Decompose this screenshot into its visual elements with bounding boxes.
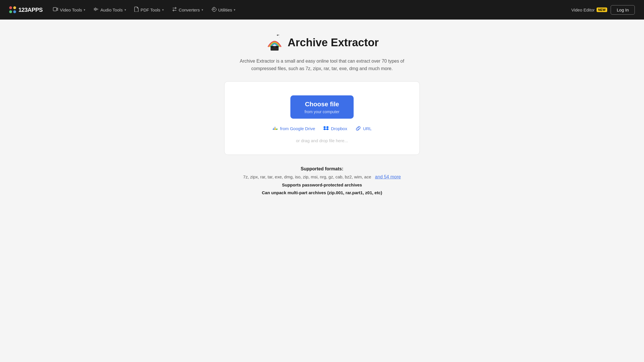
audio-tools-chevron: ▾ bbox=[124, 8, 126, 12]
dropbox-label: Dropbox bbox=[331, 126, 347, 131]
multipart-info-line: Can unpack multi-part archives (zip.001,… bbox=[243, 190, 401, 195]
formats-list: 7z, zipx, rar, tar, exe, dmg, iso, zip, … bbox=[243, 174, 371, 179]
logo-dot-blue bbox=[13, 10, 16, 13]
svg-point-5 bbox=[213, 9, 214, 10]
pdf-tools-chevron: ▾ bbox=[162, 8, 164, 12]
nav-converters[interactable]: Converters ▾ bbox=[168, 4, 207, 15]
main-content: ✦ · ✦ Archive Extractor Archive Extracto… bbox=[0, 20, 644, 218]
audio-tools-icon bbox=[93, 7, 99, 13]
utilities-icon bbox=[211, 7, 216, 13]
archive-icon: ✦ · ✦ bbox=[265, 33, 284, 52]
page-header: ✦ · ✦ Archive Extractor bbox=[265, 33, 379, 52]
converters-chevron: ▾ bbox=[202, 8, 203, 12]
nav-right: Video Editor NEW Log In bbox=[571, 5, 635, 15]
nav-menu: Video Tools ▾ Audio Tools ▾ PDF Tools ▾ bbox=[49, 4, 569, 15]
page-title: Archive Extractor bbox=[288, 36, 379, 49]
supported-formats-label: Supported formats: bbox=[301, 166, 343, 171]
url-label: URL bbox=[363, 126, 372, 131]
svg-rect-2 bbox=[95, 7, 96, 11]
choose-file-sublabel: from your computer bbox=[304, 109, 339, 114]
drag-drop-text: or drag and drop file here... bbox=[296, 138, 348, 143]
nav-utilities[interactable]: Utilities ▾ bbox=[208, 4, 239, 15]
logo[interactable]: 123APPS bbox=[9, 6, 43, 13]
source-links: from Google Drive Dropbox bbox=[272, 126, 371, 131]
logo-dot-green bbox=[9, 10, 12, 13]
url-link[interactable]: URL bbox=[355, 126, 372, 131]
nav-audio-tools[interactable]: Audio Tools ▾ bbox=[90, 4, 129, 15]
upload-box: Choose file from your computer from Goog… bbox=[224, 81, 420, 155]
logo-text: 123APPS bbox=[18, 7, 43, 13]
utilities-chevron: ▾ bbox=[234, 8, 235, 12]
video-editor-btn[interactable]: Video Editor NEW bbox=[571, 7, 607, 12]
svg-rect-4 bbox=[97, 9, 98, 10]
svg-text:·: · bbox=[279, 36, 280, 38]
svg-rect-11 bbox=[273, 47, 276, 47]
svg-rect-1 bbox=[94, 8, 95, 10]
url-icon bbox=[355, 126, 361, 131]
google-drive-link[interactable]: from Google Drive bbox=[272, 126, 315, 131]
page-description: Archive Extractor is a small and easy on… bbox=[236, 57, 408, 72]
google-drive-label: from Google Drive bbox=[280, 126, 315, 131]
video-tools-chevron: ▾ bbox=[84, 8, 85, 12]
password-info-line: Supports password-protected archives bbox=[243, 182, 401, 187]
navbar: 123APPS Video Tools ▾ Audio Tools ▾ bbox=[0, 0, 644, 20]
nav-pdf-tools-label: PDF Tools bbox=[141, 7, 160, 12]
svg-text:✦: ✦ bbox=[278, 34, 279, 36]
converters-icon bbox=[172, 7, 177, 13]
svg-rect-3 bbox=[96, 8, 97, 10]
nav-video-tools[interactable]: Video Tools ▾ bbox=[49, 4, 89, 15]
dropbox-link[interactable]: Dropbox bbox=[323, 126, 347, 131]
logo-dot-yellow bbox=[13, 6, 16, 9]
choose-file-label: Choose file bbox=[305, 101, 339, 108]
dropbox-icon bbox=[323, 126, 329, 131]
new-badge: NEW bbox=[597, 7, 607, 12]
choose-file-button[interactable]: Choose file from your computer bbox=[290, 95, 354, 119]
nav-video-tools-label: Video Tools bbox=[60, 7, 82, 12]
pdf-tools-icon bbox=[134, 7, 139, 13]
logo-dot-red bbox=[9, 6, 12, 9]
supported-formats-row: Supported formats: bbox=[243, 166, 401, 172]
nav-pdf-tools[interactable]: PDF Tools ▾ bbox=[131, 4, 167, 15]
info-section: Supported formats: 7z, zipx, rar, tar, e… bbox=[243, 166, 401, 195]
video-tools-icon bbox=[53, 7, 58, 13]
logo-dots bbox=[9, 6, 16, 13]
login-button[interactable]: Log In bbox=[611, 5, 635, 15]
svg-rect-0 bbox=[53, 7, 57, 11]
nav-audio-tools-label: Audio Tools bbox=[100, 7, 122, 12]
formats-list-row: 7z, zipx, rar, tar, exe, dmg, iso, zip, … bbox=[243, 174, 401, 180]
google-drive-icon bbox=[272, 126, 278, 131]
formats-more-link[interactable]: and 54 more bbox=[375, 174, 401, 179]
video-editor-label: Video Editor bbox=[571, 7, 595, 12]
nav-converters-label: Converters bbox=[179, 7, 200, 12]
nav-utilities-label: Utilities bbox=[218, 7, 232, 12]
